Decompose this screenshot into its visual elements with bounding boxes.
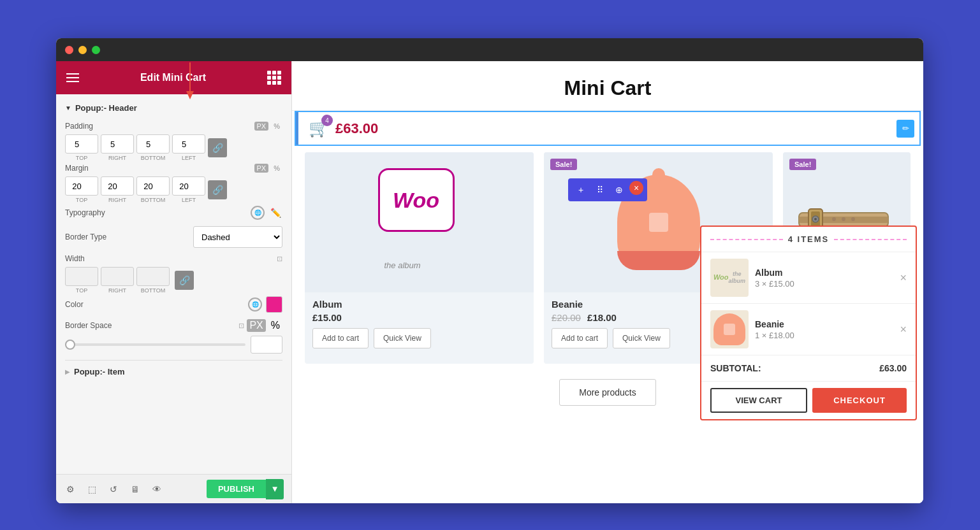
quick-view-beanie-button[interactable]: Quick View xyxy=(613,328,670,348)
items-header: 4 ITEMS xyxy=(701,227,916,252)
quick-view-album-button[interactable]: Quick View xyxy=(374,328,431,348)
cart-item-beanie-remove[interactable]: × xyxy=(900,323,907,336)
border-space-label: Border Space xyxy=(65,321,112,330)
width-link-button[interactable]: 🔗 xyxy=(175,271,194,290)
screen-icon[interactable]: 🖥 xyxy=(129,483,142,496)
typography-edit-icon[interactable]: ✏️ xyxy=(268,206,282,220)
section-item-title: ▶ Popup:- Item xyxy=(65,360,282,376)
widget-close-button[interactable]: × xyxy=(629,181,643,195)
panel-toggle-button[interactable] xyxy=(296,112,298,145)
border-type-row: Border Type None Solid Dashed Dotted Dou… xyxy=(65,226,282,248)
settings-icon[interactable]: ⚙ xyxy=(64,483,77,496)
cart-item-beanie-image xyxy=(710,310,749,348)
border-type-label: Border Type xyxy=(65,233,106,241)
woo-subtitle: the album xyxy=(384,261,421,270)
view-cart-button[interactable]: VIEW CART xyxy=(710,388,807,413)
page-title-area: Mini Cart xyxy=(292,61,923,111)
hamburger-menu-icon[interactable] xyxy=(66,73,79,82)
margin-link-button[interactable]: 🔗 xyxy=(208,180,227,199)
product-price-album: £15.00 xyxy=(312,312,526,323)
product-actions-album: Add to cart Quick View xyxy=(312,328,526,348)
woo-mini-icon: Woothe album xyxy=(713,262,745,294)
cart-item-album-remove[interactable]: × xyxy=(900,271,907,285)
padding-right-input[interactable] xyxy=(101,134,134,154)
width-row: Width ⊡ xyxy=(65,254,282,263)
width-top-label: TOP xyxy=(76,287,87,294)
widget-add-button[interactable]: + xyxy=(572,181,590,199)
border-space-unit-px[interactable]: PX xyxy=(247,319,265,332)
cart-badge: 4 xyxy=(321,115,333,126)
padding-right-label: RIGHT xyxy=(108,155,126,161)
slider-track[interactable] xyxy=(65,343,245,346)
woo-bubble-icon: Woo xyxy=(378,168,455,232)
typography-global-icon[interactable]: 🌐 xyxy=(251,206,265,220)
padding-bottom-box: BOTTOM xyxy=(136,134,170,161)
margin-unit-px[interactable]: PX xyxy=(254,164,269,173)
browser-content: Edit Mini Cart ▼ Popup:- Header xyxy=(56,61,923,503)
publish-arrow-button[interactable]: ▼ xyxy=(266,479,284,499)
publish-button[interactable]: PUBLISH xyxy=(207,480,266,498)
cart-bar: 🛒 4 £63.00 ✏ xyxy=(295,111,921,146)
slider-thumb[interactable] xyxy=(65,340,75,350)
border-type-select[interactable]: None Solid Dashed Dotted Double xyxy=(193,226,282,248)
width-top-input[interactable] xyxy=(65,267,98,286)
width-label: Width xyxy=(65,254,85,263)
section-item-collapse-icon[interactable]: ▶ xyxy=(65,368,70,375)
product-info-album: Album £15.00 Add to cart Quick View xyxy=(305,292,534,355)
page-title: Mini Cart xyxy=(292,76,923,100)
add-to-cart-beanie-button[interactable]: Add to cart xyxy=(552,328,608,348)
browser-titlebar xyxy=(56,38,923,61)
cart-buttons: VIEW CART CHECKOUT xyxy=(701,381,916,419)
section-collapse-icon[interactable]: ▼ xyxy=(65,104,71,111)
padding-top-label: TOP xyxy=(76,155,87,161)
cart-item-album-name: Album xyxy=(755,268,893,278)
border-space-unit-percent[interactable]: % xyxy=(268,319,282,332)
grid-view-icon[interactable] xyxy=(267,71,281,85)
width-inputs: TOP RIGHT BOTTOM 🔗 xyxy=(65,267,282,294)
padding-unit-percent[interactable]: % xyxy=(271,122,282,131)
cart-edit-button[interactable]: ✏ xyxy=(896,120,914,138)
color-swatch[interactable] xyxy=(266,296,282,313)
window-fullscreen-dot[interactable] xyxy=(92,46,100,54)
more-products-button[interactable]: More products xyxy=(559,379,655,406)
padding-link-button[interactable]: 🔗 xyxy=(208,138,227,157)
margin-row: Margin PX % xyxy=(65,164,282,173)
widget-copy-button[interactable]: ⊕ xyxy=(610,181,628,199)
product-card-album: Woo the album Album £15.00 Add to cart Q… xyxy=(305,152,534,364)
woo-product-visual: Woo the album xyxy=(378,168,461,276)
width-right-label: RIGHT xyxy=(108,287,126,294)
cart-item-beanie-name: Beanie xyxy=(755,319,893,329)
layers-icon[interactable]: ⬚ xyxy=(85,483,98,496)
left-panel: Edit Mini Cart ▼ Popup:- Header xyxy=(56,61,292,503)
padding-inputs: TOP RIGHT BOTTOM LEFT 🔗 xyxy=(65,134,282,161)
add-to-cart-album-button[interactable]: Add to cart xyxy=(312,328,369,348)
color-global-icon[interactable]: 🌐 xyxy=(248,297,262,312)
margin-bottom-input[interactable] xyxy=(136,176,170,196)
beanie-pompon xyxy=(652,168,665,181)
width-right-input[interactable] xyxy=(101,267,134,286)
window-minimize-dot[interactable] xyxy=(78,46,87,54)
margin-left-input[interactable] xyxy=(172,176,205,196)
padding-top-input[interactable] xyxy=(65,134,98,154)
checkout-button[interactable]: CHECKOUT xyxy=(812,388,907,413)
margin-top-input[interactable] xyxy=(65,176,98,196)
beanie-cart-icon xyxy=(713,313,745,345)
slider-value-box[interactable] xyxy=(251,336,282,354)
padding-left-input[interactable] xyxy=(172,134,205,154)
padding-unit-px[interactable]: PX xyxy=(254,122,269,131)
typography-actions: 🌐 ✏️ xyxy=(251,206,282,220)
padding-label: Padding xyxy=(65,122,93,131)
eye-icon[interactable]: 👁 xyxy=(150,483,163,496)
padding-bottom-input[interactable] xyxy=(136,134,170,154)
publish-group: PUBLISH ▼ xyxy=(207,479,284,499)
margin-unit-percent[interactable]: % xyxy=(271,164,282,173)
width-bottom-input[interactable] xyxy=(136,267,170,286)
window-close-dot[interactable] xyxy=(65,46,73,54)
widget-move-button[interactable]: ⠿ xyxy=(591,181,609,199)
undo-icon[interactable]: ↺ xyxy=(107,483,120,496)
panel-title: Edit Mini Cart xyxy=(140,72,206,83)
width-right-box: RIGHT xyxy=(101,267,134,294)
margin-right-input[interactable] xyxy=(101,176,134,196)
margin-right-label: RIGHT xyxy=(108,197,126,203)
cart-subtotal: SUBTOTAL: £63.00 xyxy=(701,355,916,381)
